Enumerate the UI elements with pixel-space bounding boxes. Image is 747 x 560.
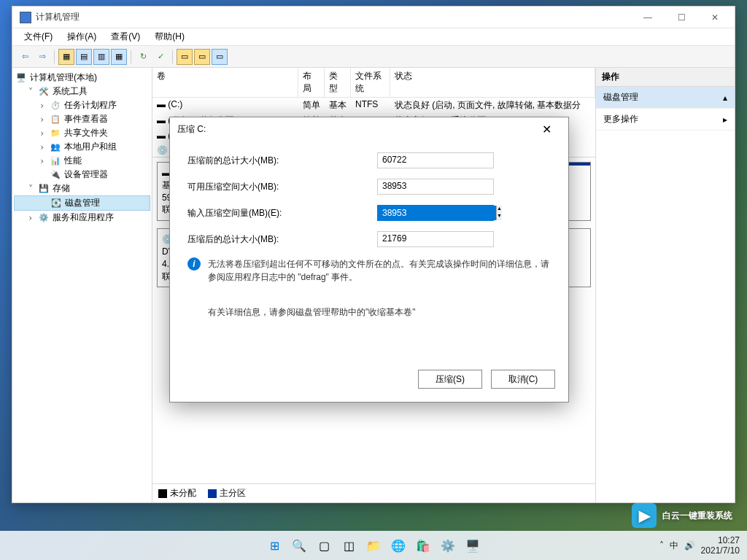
taskbar: ⊞ 🔍 ▢ ◫ 📁 🌐 🛍️ ⚙️ 🖥️ ˄ 中 🔊 10:27 2021/7/…: [0, 531, 747, 560]
cancel-button[interactable]: 取消(C): [491, 370, 555, 389]
tree-local-users[interactable]: ›👥本地用户和组: [14, 140, 150, 154]
col-layout[interactable]: 布局: [298, 68, 325, 97]
menubar: 文件(F) 操作(A) 查看(V) 帮助(H): [12, 28, 735, 46]
dialog-titlebar: 压缩 C: ✕: [170, 117, 568, 141]
ime-icon[interactable]: 中: [670, 540, 678, 552]
shrink-dialog: 压缩 C: ✕ 压缩前的总计大小(MB): 60722 可用压缩空间大小(MB)…: [169, 117, 569, 402]
collapse-icon: ▴: [723, 93, 727, 103]
watermark: ▶ 白云一键重装系统: [632, 503, 732, 528]
label-shrink-input: 输入压缩空间量(MB)(E):: [187, 207, 377, 219]
col-fs[interactable]: 文件系统: [351, 68, 390, 97]
toolbar: ⇦ ⇨ ▦ ▤ ▥ ▦ ↻ ✓ ▭ ▭ ▭: [12, 46, 735, 68]
tool-btn-3[interactable]: ▥: [93, 49, 109, 65]
tray-chevron-icon[interactable]: ˄: [659, 540, 664, 551]
menu-view[interactable]: 查看(V): [105, 29, 146, 44]
volume-row[interactable]: ▬ (C:)简单基本NTFS状态良好 (启动, 页面文件, 故障转储, 基本数据…: [152, 98, 595, 113]
start-button[interactable]: ⊞: [264, 535, 285, 556]
store-icon[interactable]: 🛍️: [413, 535, 433, 556]
tree-performance[interactable]: ›📊性能: [14, 154, 150, 168]
shrink-amount-input[interactable]: [378, 206, 496, 220]
taskview-icon[interactable]: ▢: [314, 535, 334, 556]
app-icon: [20, 12, 31, 23]
actions-header: 操作: [596, 68, 735, 87]
tree-services[interactable]: ›⚙️服务和应用程序: [14, 211, 150, 225]
tool-btn-4[interactable]: ▦: [111, 49, 127, 65]
tool-btn-1[interactable]: ▦: [58, 49, 74, 65]
watermark-icon: ▶: [632, 503, 657, 528]
spinner[interactable]: ▲▼: [496, 206, 502, 220]
action-disk-mgmt[interactable]: 磁盘管理▴: [596, 87, 735, 109]
tool-btn-7[interactable]: ▭: [194, 49, 210, 65]
search-icon[interactable]: 🔍: [289, 535, 309, 556]
volume-icon[interactable]: 🔊: [684, 540, 695, 551]
minimize-button[interactable]: —: [631, 7, 665, 28]
dialog-close-button[interactable]: ✕: [532, 119, 561, 139]
tree-disk-management[interactable]: 💽磁盘管理: [14, 195, 150, 211]
tree-device-manager[interactable]: 🔌设备管理器: [14, 168, 150, 182]
tree-system-tools[interactable]: ˅🛠️系统工具: [14, 85, 150, 98]
tool-btn-8[interactable]: ▭: [212, 49, 228, 65]
tree-storage[interactable]: ˅💾存储: [14, 182, 150, 195]
clock-date[interactable]: 2021/7/10: [701, 545, 740, 556]
menu-file[interactable]: 文件(F): [18, 29, 58, 44]
label-size-before: 压缩前的总计大小(MB):: [187, 155, 377, 167]
tree-task-scheduler[interactable]: ›⏱️任务计划程序: [14, 98, 150, 112]
window-title: 计算机管理: [36, 11, 631, 23]
spin-up-icon: ▲: [497, 206, 502, 213]
tool-btn-5[interactable]: ✓: [152, 49, 169, 65]
value-size-avail: 38953: [377, 179, 494, 195]
actions-panel: 操作 磁盘管理▴ 更多操作▸: [596, 68, 735, 502]
settings-icon[interactable]: ⚙️: [438, 535, 458, 556]
label-size-avail: 可用压缩空间大小(MB):: [187, 181, 377, 193]
col-volume[interactable]: 卷: [152, 68, 298, 97]
forward-button[interactable]: ⇨: [34, 49, 50, 65]
tree-event-viewer[interactable]: ›📋事件查看器: [14, 112, 150, 126]
nav-tree: 🖥️计算机管理(本地) ˅🛠️系统工具 ›⏱️任务计划程序 ›📋事件查看器 ›📁…: [12, 68, 152, 502]
info-icon: i: [187, 257, 201, 271]
action-more[interactable]: 更多操作▸: [596, 109, 735, 131]
col-status[interactable]: 状态: [390, 68, 595, 97]
info-text-1: 无法将卷压缩到超出任何不可移动的文件所在的点。有关完成该操作时间的详细信息，请参…: [208, 257, 551, 284]
menu-help[interactable]: 帮助(H): [149, 29, 190, 44]
value-size-before: 60722: [377, 152, 494, 168]
back-button[interactable]: ⇦: [17, 49, 33, 65]
widgets-icon[interactable]: ◫: [338, 535, 359, 556]
tree-shared-folders[interactable]: ›📁共享文件夹: [14, 126, 150, 140]
tool-btn-2[interactable]: ▤: [76, 49, 92, 65]
close-button[interactable]: ✕: [698, 7, 732, 28]
label-size-after: 压缩后的总计大小(MB):: [187, 233, 377, 246]
maximize-button[interactable]: ☐: [665, 7, 698, 28]
shrink-button[interactable]: 压缩(S): [418, 370, 482, 389]
spin-down-icon: ▼: [497, 213, 502, 220]
tree-root[interactable]: 🖥️计算机管理(本地): [14, 71, 150, 85]
menu-action[interactable]: 操作(A): [61, 29, 102, 44]
app-icon[interactable]: 🖥️: [462, 535, 483, 556]
legend: 未分配 主分区: [152, 483, 595, 502]
titlebar: 计算机管理 — ☐ ✕: [12, 7, 735, 28]
explorer-icon[interactable]: 📁: [363, 535, 384, 556]
tool-btn-6[interactable]: ▭: [177, 49, 193, 65]
info-text-2: 有关详细信息，请参阅磁盘管理帮助中的"收缩基本卷": [208, 306, 416, 319]
col-type[interactable]: 类型: [325, 68, 351, 97]
edge-icon[interactable]: 🌐: [388, 535, 409, 556]
expand-icon: ▸: [723, 114, 727, 125]
value-size-after: 21769: [377, 231, 494, 247]
refresh-button[interactable]: ↻: [135, 49, 151, 65]
dialog-title: 压缩 C:: [177, 123, 532, 136]
clock-time[interactable]: 10:27: [701, 535, 740, 545]
